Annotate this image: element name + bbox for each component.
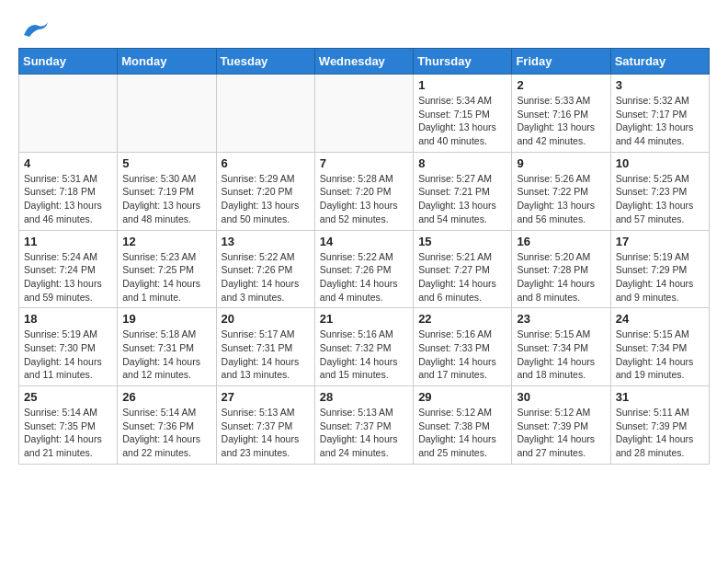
calendar-day-cell: 8Sunrise: 5:27 AM Sunset: 7:21 PM Daylig… <box>414 152 512 230</box>
calendar-week-row: 18Sunrise: 5:19 AM Sunset: 7:30 PM Dayli… <box>19 308 710 386</box>
calendar-day-cell: 19Sunrise: 5:18 AM Sunset: 7:31 PM Dayli… <box>118 308 216 386</box>
day-info: Sunrise: 5:12 AM Sunset: 7:39 PM Dayligh… <box>517 406 605 460</box>
day-info: Sunrise: 5:14 AM Sunset: 7:36 PM Dayligh… <box>122 406 210 460</box>
day-info: Sunrise: 5:29 AM Sunset: 7:20 PM Dayligh… <box>222 172 310 226</box>
day-number: 6 <box>222 156 310 170</box>
calendar-day-cell: 3Sunrise: 5:32 AM Sunset: 7:17 PM Daylig… <box>610 75 709 153</box>
calendar-day-cell <box>314 75 413 153</box>
calendar-day-cell: 7Sunrise: 5:28 AM Sunset: 7:20 PM Daylig… <box>314 152 413 230</box>
calendar-week-row: 4Sunrise: 5:31 AM Sunset: 7:18 PM Daylig… <box>19 152 710 230</box>
calendar-day-cell: 31Sunrise: 5:11 AM Sunset: 7:39 PM Dayli… <box>610 386 709 465</box>
calendar-day-cell: 17Sunrise: 5:19 AM Sunset: 7:29 PM Dayli… <box>610 230 709 308</box>
day-number: 27 <box>222 390 310 404</box>
day-info: Sunrise: 5:21 AM Sunset: 7:27 PM Dayligh… <box>418 250 506 304</box>
day-of-week-header: Monday <box>118 49 216 75</box>
day-number: 26 <box>122 390 210 404</box>
day-of-week-header: Wednesday <box>314 49 413 75</box>
calendar-day-cell: 27Sunrise: 5:13 AM Sunset: 7:37 PM Dayli… <box>216 386 314 465</box>
day-number: 31 <box>616 390 704 404</box>
day-info: Sunrise: 5:13 AM Sunset: 7:37 PM Dayligh… <box>222 406 310 460</box>
calendar-day-cell: 12Sunrise: 5:23 AM Sunset: 7:25 PM Dayli… <box>118 230 216 308</box>
calendar-day-cell: 1Sunrise: 5:34 AM Sunset: 7:15 PM Daylig… <box>414 75 512 153</box>
day-info: Sunrise: 5:11 AM Sunset: 7:39 PM Dayligh… <box>616 406 704 460</box>
day-info: Sunrise: 5:25 AM Sunset: 7:23 PM Dayligh… <box>616 172 704 226</box>
calendar-day-cell: 28Sunrise: 5:13 AM Sunset: 7:37 PM Dayli… <box>314 386 413 465</box>
calendar-week-row: 1Sunrise: 5:34 AM Sunset: 7:15 PM Daylig… <box>19 75 710 153</box>
day-info: Sunrise: 5:30 AM Sunset: 7:19 PM Dayligh… <box>122 172 210 226</box>
calendar-day-cell: 16Sunrise: 5:20 AM Sunset: 7:28 PM Dayli… <box>512 230 610 308</box>
calendar-day-cell <box>216 75 314 153</box>
day-number: 12 <box>122 235 210 248</box>
calendar-day-cell: 5Sunrise: 5:30 AM Sunset: 7:19 PM Daylig… <box>118 152 216 230</box>
day-info: Sunrise: 5:23 AM Sunset: 7:25 PM Dayligh… <box>122 250 210 304</box>
day-number: 28 <box>320 390 408 404</box>
calendar-day-cell: 22Sunrise: 5:16 AM Sunset: 7:33 PM Dayli… <box>414 308 512 386</box>
day-number: 23 <box>517 312 605 326</box>
day-info: Sunrise: 5:19 AM Sunset: 7:29 PM Dayligh… <box>616 250 704 304</box>
calendar-day-cell: 9Sunrise: 5:26 AM Sunset: 7:22 PM Daylig… <box>512 152 610 230</box>
day-number: 14 <box>320 235 408 248</box>
logo-bird-icon <box>20 18 50 39</box>
day-number: 18 <box>24 312 112 326</box>
day-of-week-header: Tuesday <box>216 49 314 75</box>
calendar-day-cell: 2Sunrise: 5:33 AM Sunset: 7:16 PM Daylig… <box>512 75 610 153</box>
day-info: Sunrise: 5:16 AM Sunset: 7:32 PM Dayligh… <box>320 327 408 382</box>
day-info: Sunrise: 5:28 AM Sunset: 7:20 PM Dayligh… <box>320 172 408 226</box>
day-number: 4 <box>24 156 112 170</box>
calendar-week-row: 25Sunrise: 5:14 AM Sunset: 7:35 PM Dayli… <box>19 386 710 465</box>
calendar-day-cell: 6Sunrise: 5:29 AM Sunset: 7:20 PM Daylig… <box>216 152 314 230</box>
calendar-table: SundayMondayTuesdayWednesdayThursdayFrid… <box>18 48 710 465</box>
day-info: Sunrise: 5:26 AM Sunset: 7:22 PM Dayligh… <box>517 172 605 226</box>
calendar-day-cell: 13Sunrise: 5:22 AM Sunset: 7:26 PM Dayli… <box>216 230 314 308</box>
day-number: 9 <box>517 156 605 170</box>
day-info: Sunrise: 5:27 AM Sunset: 7:21 PM Dayligh… <box>418 172 506 226</box>
calendar-day-cell: 24Sunrise: 5:15 AM Sunset: 7:34 PM Dayli… <box>610 308 709 386</box>
day-number: 21 <box>320 312 408 326</box>
day-info: Sunrise: 5:19 AM Sunset: 7:30 PM Dayligh… <box>24 327 112 382</box>
calendar-day-cell: 15Sunrise: 5:21 AM Sunset: 7:27 PM Dayli… <box>414 230 512 308</box>
day-number: 5 <box>122 156 210 170</box>
day-info: Sunrise: 5:14 AM Sunset: 7:35 PM Dayligh… <box>24 406 112 460</box>
day-of-week-header: Saturday <box>610 49 709 75</box>
day-number: 20 <box>222 312 310 326</box>
calendar-day-cell: 4Sunrise: 5:31 AM Sunset: 7:18 PM Daylig… <box>19 152 118 230</box>
day-info: Sunrise: 5:34 AM Sunset: 7:15 PM Dayligh… <box>418 94 506 148</box>
day-info: Sunrise: 5:17 AM Sunset: 7:31 PM Dayligh… <box>222 327 310 382</box>
day-number: 3 <box>616 78 704 92</box>
day-number: 30 <box>517 390 605 404</box>
calendar-day-cell: 20Sunrise: 5:17 AM Sunset: 7:31 PM Dayli… <box>216 308 314 386</box>
calendar-day-cell: 11Sunrise: 5:24 AM Sunset: 7:24 PM Dayli… <box>19 230 118 308</box>
day-number: 29 <box>418 390 506 404</box>
day-info: Sunrise: 5:33 AM Sunset: 7:16 PM Dayligh… <box>517 94 605 148</box>
calendar-day-cell: 10Sunrise: 5:25 AM Sunset: 7:23 PM Dayli… <box>610 152 709 230</box>
day-of-week-header: Friday <box>512 49 610 75</box>
calendar-day-cell: 25Sunrise: 5:14 AM Sunset: 7:35 PM Dayli… <box>19 386 118 465</box>
day-number: 24 <box>616 312 704 326</box>
day-number: 10 <box>616 156 704 170</box>
calendar-day-cell: 21Sunrise: 5:16 AM Sunset: 7:32 PM Dayli… <box>314 308 413 386</box>
calendar-day-cell: 14Sunrise: 5:22 AM Sunset: 7:26 PM Dayli… <box>314 230 413 308</box>
calendar-day-cell: 29Sunrise: 5:12 AM Sunset: 7:38 PM Dayli… <box>414 386 512 465</box>
day-info: Sunrise: 5:15 AM Sunset: 7:34 PM Dayligh… <box>616 327 704 382</box>
calendar-day-cell: 18Sunrise: 5:19 AM Sunset: 7:30 PM Dayli… <box>19 308 118 386</box>
day-of-week-header: Thursday <box>414 49 512 75</box>
day-number: 8 <box>418 156 506 170</box>
calendar-header-row: SundayMondayTuesdayWednesdayThursdayFrid… <box>19 49 710 75</box>
day-number: 22 <box>418 312 506 326</box>
day-info: Sunrise: 5:22 AM Sunset: 7:26 PM Dayligh… <box>222 250 310 304</box>
day-number: 7 <box>320 156 408 170</box>
day-info: Sunrise: 5:22 AM Sunset: 7:26 PM Dayligh… <box>320 250 408 304</box>
day-info: Sunrise: 5:18 AM Sunset: 7:31 PM Dayligh… <box>122 327 210 382</box>
day-number: 1 <box>418 78 506 92</box>
day-info: Sunrise: 5:16 AM Sunset: 7:33 PM Dayligh… <box>418 327 506 382</box>
day-number: 25 <box>24 390 112 404</box>
day-info: Sunrise: 5:13 AM Sunset: 7:37 PM Dayligh… <box>320 406 408 460</box>
day-number: 19 <box>122 312 210 326</box>
day-info: Sunrise: 5:20 AM Sunset: 7:28 PM Dayligh… <box>517 250 605 304</box>
calendar-day-cell: 26Sunrise: 5:14 AM Sunset: 7:36 PM Dayli… <box>118 386 216 465</box>
calendar-day-cell: 23Sunrise: 5:15 AM Sunset: 7:34 PM Dayli… <box>512 308 610 386</box>
day-info: Sunrise: 5:12 AM Sunset: 7:38 PM Dayligh… <box>418 406 506 460</box>
day-info: Sunrise: 5:24 AM Sunset: 7:24 PM Dayligh… <box>24 250 112 304</box>
day-number: 11 <box>24 235 112 248</box>
page-header <box>18 18 710 39</box>
